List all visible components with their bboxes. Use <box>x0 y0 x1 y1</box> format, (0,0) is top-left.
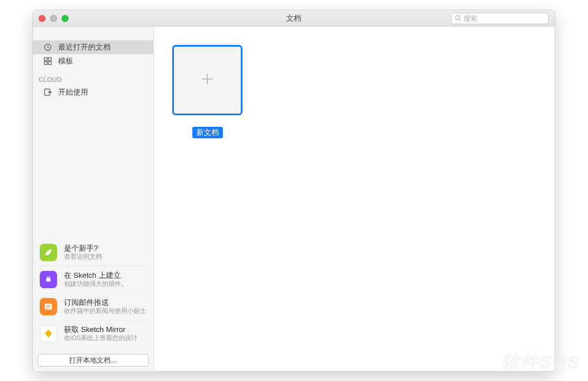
promo-plugins[interactable]: 在 Sketch 上建立 创建功能强大的插件。 <box>37 266 149 293</box>
svg-rect-11 <box>49 276 50 278</box>
search-field[interactable] <box>451 13 549 24</box>
open-local-button[interactable]: 打开本地文档... <box>37 354 149 367</box>
promo-title: 是个新手? <box>64 244 102 253</box>
promo-texts: 在 Sketch 上建立 创建功能强大的插件。 <box>64 271 127 288</box>
svg-rect-10 <box>47 276 48 278</box>
new-document-label: 新文档 <box>192 127 223 138</box>
promo-mirror[interactable]: 获取 Sketch Mirror 在iOS系统上查看您的设计 <box>37 320 149 347</box>
grid-icon <box>43 56 52 66</box>
sidebar-item-label: 开始使用 <box>58 87 88 97</box>
promo-subtitle: 查看说明文档 <box>64 253 102 261</box>
svg-line-1 <box>459 19 461 21</box>
svg-rect-5 <box>44 62 47 65</box>
svg-point-0 <box>456 16 460 20</box>
promo-title: 在 Sketch 上建立 <box>64 271 127 280</box>
sidebar-item-label: 最近打开的文档 <box>58 42 111 52</box>
login-icon <box>43 88 52 97</box>
main-content: 新文档 <box>154 27 555 371</box>
svg-rect-4 <box>48 58 51 61</box>
promo-subtitle: 在iOS系统上查看您的设计 <box>64 334 138 342</box>
app-window: 文档 最近打开的文档 模板 <box>32 10 555 372</box>
promo-texts: 获取 Sketch Mirror 在iOS系统上查看您的设计 <box>64 325 138 342</box>
promo-texts: 订阅邮件推送 收件箱中的新闻与使用小贴士 <box>64 298 146 315</box>
svg-rect-3 <box>44 58 47 61</box>
news-icon <box>40 298 57 315</box>
new-document-thumb[interactable] <box>172 45 242 115</box>
sidebar-item-templates[interactable]: 模板 <box>33 54 153 68</box>
promo-newsletter[interactable]: 订阅邮件推送 收件箱中的新闻与使用小贴士 <box>37 293 149 320</box>
svg-marker-16 <box>45 330 52 338</box>
promo-list: 是个新手? 查看说明文档 在 Sketch 上建立 创建功能强大的插件。 <box>33 239 153 352</box>
window-body: 最近打开的文档 模板 CLOUD 开始使用 <box>33 27 555 371</box>
promo-subtitle: 创建功能强大的插件。 <box>64 280 127 288</box>
titlebar: 文档 <box>33 10 555 27</box>
sidebar: 最近打开的文档 模板 CLOUD 开始使用 <box>33 27 154 371</box>
clock-icon <box>43 43 52 52</box>
svg-rect-6 <box>48 62 51 65</box>
sidebar-section-cloud: CLOUD <box>33 68 153 85</box>
sidebar-item-recent[interactable]: 最近打开的文档 <box>33 40 153 54</box>
sidebar-top: 最近打开的文档 模板 CLOUD 开始使用 <box>33 27 153 239</box>
promo-title: 获取 Sketch Mirror <box>64 325 138 334</box>
plug-icon <box>40 271 57 288</box>
new-document-tile[interactable]: 新文档 <box>172 45 242 138</box>
search-input[interactable] <box>464 14 550 22</box>
plus-icon <box>199 71 215 89</box>
promo-texts: 是个新手? 查看说明文档 <box>64 244 102 261</box>
promo-subtitle: 收件箱中的新闻与使用小贴士 <box>64 307 146 315</box>
svg-rect-9 <box>46 278 51 282</box>
sidebar-item-label: 模板 <box>58 56 73 66</box>
sidebar-item-cloud-start[interactable]: 开始使用 <box>33 85 153 99</box>
open-local-label: 打开本地文档... <box>69 356 116 365</box>
promo-newbie[interactable]: 是个新手? 查看说明文档 <box>37 239 149 266</box>
promo-title: 订阅邮件推送 <box>64 298 146 307</box>
search-icon <box>454 13 461 24</box>
leaf-icon <box>40 244 57 261</box>
diamond-icon <box>40 325 57 342</box>
